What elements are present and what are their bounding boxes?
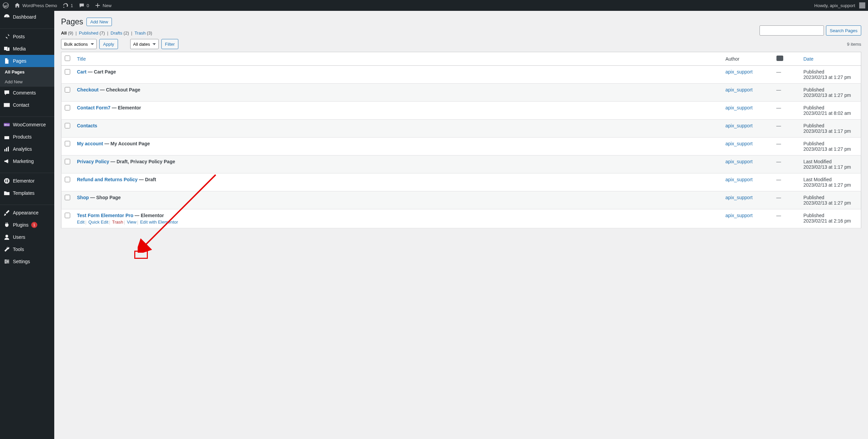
filter-drafts[interactable]: Drafts	[111, 30, 122, 36]
row-checkbox[interactable]	[65, 69, 70, 75]
select-all-checkbox[interactable]	[65, 56, 70, 61]
row-checkbox[interactable]	[65, 87, 70, 92]
row-date: 2023/02/13 at 1:27 pm	[804, 75, 851, 80]
row-trash[interactable]: Trash	[112, 220, 123, 225]
sidebar-separator	[0, 167, 54, 173]
row-status: Published	[804, 69, 825, 75]
sidebar-sub-add[interactable]: Add New	[0, 77, 54, 87]
folder-icon	[3, 190, 10, 196]
row-status: Published	[804, 105, 825, 110]
search-button[interactable]: Search Pages	[826, 25, 861, 36]
col-title[interactable]: Title	[77, 56, 86, 62]
row-title-link[interactable]: Contact Form7	[77, 105, 111, 110]
row-checkbox[interactable]	[65, 159, 70, 164]
row-author-link[interactable]: apix_support	[726, 195, 753, 200]
sidebar-item-plugins[interactable]: Plugins 1	[0, 219, 54, 231]
table-row: Cart — Cart Page apix_support — Publishe…	[61, 66, 861, 84]
wp-logo[interactable]	[0, 0, 12, 11]
row-author-link[interactable]: apix_support	[726, 123, 753, 128]
row-title-link[interactable]: Refund and Returns Policy	[77, 177, 138, 182]
row-date: 2023/02/13 at 1:27 pm	[804, 146, 851, 152]
row-status: Last Modified	[804, 177, 832, 182]
page-title: Pages	[61, 17, 83, 26]
add-new-button[interactable]: Add New	[86, 18, 112, 26]
sidebar-item-posts[interactable]: Posts	[0, 30, 54, 43]
row-title-link[interactable]: Test Form Elementor Pro	[77, 213, 133, 218]
sidebar-item-analytics[interactable]: Analytics	[0, 143, 54, 155]
svg-rect-1	[4, 103, 9, 107]
site-link[interactable]: WordPress Demo	[12, 0, 60, 11]
row-author-link[interactable]: apix_support	[726, 87, 753, 92]
comments-link[interactable]: 0	[76, 0, 92, 11]
row-view[interactable]: View	[127, 220, 136, 225]
row-title-link[interactable]: Privacy Policy	[77, 159, 109, 164]
row-edit-elementor[interactable]: Edit with Elementor	[140, 220, 178, 225]
sidebar-item-dashboard[interactable]: Dashboard	[0, 11, 54, 23]
updates-link[interactable]: 1	[60, 0, 76, 11]
date-filter-select[interactable]: All dates	[130, 39, 159, 49]
col-author: Author	[726, 56, 739, 62]
sidebar-item-elementor[interactable]: Elementor	[0, 175, 54, 187]
filter-trash[interactable]: Trash	[135, 30, 146, 36]
sidebar-sub-all[interactable]: All Pages	[0, 67, 54, 77]
row-title-link[interactable]: Cart	[77, 69, 86, 75]
sidebar-item-users[interactable]: Users	[0, 231, 54, 242]
page-icon	[3, 58, 10, 64]
row-title-link[interactable]: Contacts	[77, 123, 97, 128]
col-date[interactable]: Date	[804, 56, 814, 62]
howdy-link[interactable]: Howdy, apix_support	[812, 0, 868, 11]
row-title-link[interactable]: Checkout	[77, 87, 99, 92]
sidebar-item-pages[interactable]: Pages	[0, 55, 54, 67]
svg-rect-11	[7, 180, 8, 180]
row-author-link[interactable]: apix_support	[726, 141, 753, 146]
row-checkbox[interactable]	[65, 213, 70, 218]
search-input[interactable]	[760, 25, 824, 36]
sidebar-item-products[interactable]: Products	[0, 131, 54, 143]
row-author-link[interactable]: apix_support	[726, 69, 753, 75]
row-checkbox[interactable]	[65, 123, 70, 128]
sidebar-item-appearance[interactable]: Appearance	[0, 207, 54, 219]
sidebar-submenu: All Pages Add New	[0, 67, 54, 87]
row-checkbox[interactable]	[65, 141, 70, 146]
new-label: New	[103, 3, 112, 8]
site-title: WordPress Demo	[22, 3, 57, 8]
sidebar-separator	[0, 23, 54, 29]
row-checkbox[interactable]	[65, 105, 70, 110]
update-icon	[62, 2, 68, 8]
row-title-link[interactable]: Shop	[77, 195, 89, 200]
bulk-actions-select[interactable]: Bulk actions	[61, 39, 97, 49]
row-checkbox[interactable]	[65, 177, 70, 182]
chart-icon	[3, 146, 10, 152]
comment-icon	[3, 89, 10, 96]
svg-rect-13	[7, 182, 8, 182]
filter-button[interactable]: Filter	[161, 39, 179, 49]
sidebar-item-media[interactable]: Media	[0, 43, 54, 55]
apply-button[interactable]: Apply	[99, 39, 118, 49]
row-author-link[interactable]: apix_support	[726, 105, 753, 110]
row-edit[interactable]: Edit	[77, 220, 84, 225]
pages-table: Title Author Date Cart — Cart Page apix_…	[61, 52, 861, 228]
sidebar-item-woocommerce[interactable]: WooWooCommerce	[0, 119, 54, 131]
row-quick-edit[interactable]: Quick Edit	[88, 220, 108, 225]
elementor-icon	[3, 177, 10, 184]
row-comments: —	[776, 177, 781, 182]
row-author-link[interactable]: apix_support	[726, 177, 753, 182]
row-checkbox[interactable]	[65, 195, 70, 200]
sidebar-item-contact[interactable]: Contact	[0, 99, 54, 111]
sidebar-item-comments[interactable]: Comments	[0, 87, 54, 99]
row-author-link[interactable]: apix_support	[726, 159, 753, 164]
new-link[interactable]: New	[92, 0, 114, 11]
filter-published[interactable]: Published	[79, 30, 98, 36]
table-row: Refund and Returns Policy — Draft apix_s…	[61, 173, 861, 191]
admin-bar: WordPress Demo 1 0 New Howdy, apix_suppo…	[0, 0, 868, 11]
row-author-link[interactable]: apix_support	[726, 213, 753, 218]
items-count: 9 items	[847, 42, 861, 47]
row-title-link[interactable]: My account	[77, 141, 103, 146]
sidebar-item-templates[interactable]: Templates	[0, 187, 54, 199]
post-state: — Elementor	[135, 213, 164, 218]
media-icon	[3, 45, 10, 52]
svg-rect-10	[5, 180, 6, 182]
plugins-badge: 1	[31, 222, 37, 228]
sidebar-item-marketing[interactable]: Marketing	[0, 155, 54, 167]
filter-all[interactable]: All	[61, 30, 67, 36]
